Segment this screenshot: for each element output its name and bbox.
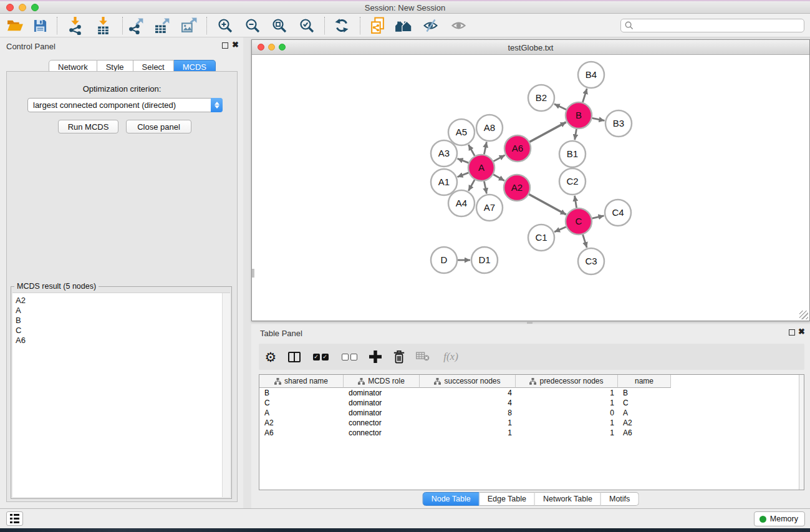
node-C3[interactable]: C3 [578,248,604,274]
column-header-mcds-role[interactable]: MCDS role [344,375,420,388]
table-row[interactable]: Cdominator41C [259,398,799,408]
edge-A-A7[interactable] [484,181,486,194]
tab-edge-table[interactable]: Edge Table [480,492,535,506]
close-panel-icon[interactable]: ✖ [232,40,239,50]
edge-C-C2[interactable] [575,196,577,208]
table-scrollbar[interactable] [799,375,804,490]
node-A8[interactable]: A8 [476,115,503,141]
edge-B-B4[interactable] [582,89,587,102]
node-A[interactable]: A [468,155,494,181]
settings-gear-icon[interactable]: ⚙ [259,346,282,368]
export-network-icon[interactable] [126,16,146,35]
edge-A2-C[interactable] [529,195,566,215]
mcds-result-list[interactable]: A2ABCA6 [12,293,230,497]
node-A6[interactable]: A6 [504,135,531,162]
node-C2[interactable]: C2 [559,168,586,195]
mcds-result-item-a[interactable]: A [12,306,221,316]
edge-B-B1[interactable] [575,129,577,140]
table-cell[interactable]: A6 [618,428,671,438]
node-A5[interactable]: A5 [448,119,475,145]
mcds-result-item-a6[interactable]: A6 [12,336,221,346]
table-cell[interactable]: B [618,388,671,398]
node-A1[interactable]: A1 [431,169,457,195]
zoom-in-icon[interactable] [215,16,235,35]
table-cell[interactable]: 1 [420,428,516,438]
import-network-icon[interactable] [65,16,85,35]
edge-A-A6[interactable] [493,155,504,162]
zoom-out-icon[interactable] [243,16,263,35]
mcds-result-item-a2[interactable]: A2 [12,296,221,306]
run-mcds-button[interactable]: Run MCDS [58,120,118,133]
column-header-name[interactable]: name [618,375,671,388]
zoom-selected-icon[interactable] [297,16,317,35]
table-cell[interactable]: A2 [618,418,671,428]
optimization-criterion-dropdown[interactable]: largest connected component (directed) [27,98,223,112]
table-cell[interactable]: 1 [516,418,618,428]
table-cell[interactable]: 4 [420,388,516,398]
import-table-icon[interactable] [93,16,113,35]
home-icon[interactable] [393,16,413,35]
node-C1[interactable]: C1 [528,225,554,251]
node-B4[interactable]: B4 [578,62,604,88]
node-D[interactable]: D [431,247,457,273]
tab-motifs[interactable]: Motifs [601,492,639,506]
table-cell[interactable]: dominator [344,388,420,398]
table-row[interactable]: Adominator80A [259,408,799,418]
edge-C-C1[interactable] [554,227,566,232]
tab-network-table[interactable]: Network Table [535,492,601,506]
float-table-panel-icon[interactable] [789,329,795,336]
node-A2[interactable]: A2 [504,175,530,201]
edge-B-B2[interactable] [554,104,566,110]
open-file-icon[interactable] [5,16,25,35]
column-header-successor-nodes[interactable]: successor nodes [420,375,516,388]
table-cell[interactable]: connector [344,418,420,428]
network-canvas[interactable]: B4B2BB3A5A8A6A3B1AA1C2A2A4A7C4CC1DD1C3 [252,55,809,321]
delete-table-icon[interactable] [411,346,435,368]
table-cell[interactable]: connector [344,428,420,438]
edge-B-B3[interactable] [592,118,605,120]
node-B1[interactable]: B1 [559,141,586,167]
table-cell[interactable]: A6 [259,428,344,438]
clone-network-icon[interactable] [367,16,387,35]
edge-A6-B[interactable] [529,122,566,142]
dropdown-stepper-icon[interactable] [211,98,223,112]
table-cell[interactable]: dominator [344,408,420,418]
resize-grip-icon[interactable] [799,311,808,319]
export-image-icon[interactable] [179,16,199,35]
table-cell[interactable]: 8 [420,408,516,418]
network-window-titlebar[interactable]: testGlobe.txt [252,40,809,55]
column-header-predecessor-nodes[interactable]: predecessor nodes [516,375,618,388]
node-B3[interactable]: B3 [605,110,632,137]
refresh-icon[interactable] [332,16,352,35]
node-D1[interactable]: D1 [471,247,498,273]
search-field[interactable] [620,19,804,32]
delete-icon[interactable] [387,346,411,368]
table-cell[interactable]: 1 [516,428,618,438]
list-scrollbar[interactable] [222,293,230,497]
table-cell[interactable]: 1 [420,418,516,428]
table-cell[interactable]: A [618,408,671,418]
close-panel-button[interactable]: Close panel [126,120,191,133]
node-A7[interactable]: A7 [476,195,503,221]
tab-node-table[interactable]: Node Table [423,492,480,506]
edge-A-A1[interactable] [457,173,468,177]
table-cell[interactable]: B [259,388,344,398]
column-header-shared-name[interactable]: shared name [259,375,344,388]
search-input[interactable] [636,20,804,31]
table-cell[interactable]: dominator [344,398,420,408]
table-cell[interactable]: 1 [516,398,618,408]
table-cell[interactable]: 4 [420,398,516,408]
edge-A-A2[interactable] [493,175,504,181]
table-row[interactable]: Bdominator41B [259,388,799,398]
float-panel-icon[interactable] [222,42,228,49]
edge-A-A4[interactable] [468,180,475,191]
close-table-panel-icon[interactable]: ✖ [798,327,805,337]
task-list-icon[interactable] [6,511,23,526]
edge-A-A3[interactable] [457,158,468,163]
save-session-icon[interactable] [30,16,50,35]
function-builder-icon[interactable]: f(x) [435,346,467,368]
node-B[interactable]: B [566,102,592,128]
mcds-result-item-b[interactable]: B [12,316,221,326]
table-row[interactable]: A6connector11A6 [259,428,799,438]
deselect-all-icon[interactable] [335,346,364,368]
